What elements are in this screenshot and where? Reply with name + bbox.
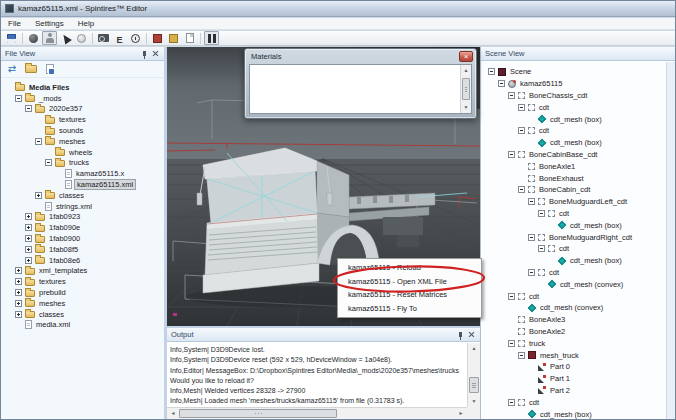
tree-item[interactable]: cdt_mesh (box) <box>484 219 665 231</box>
tree-item[interactable]: BoneExhaust <box>484 172 665 184</box>
minus-expander-icon[interactable] <box>25 105 32 112</box>
scrollbar-thumb[interactable] <box>179 409 337 418</box>
materials-list[interactable] <box>249 64 472 114</box>
pin-button[interactable] <box>139 49 149 59</box>
materials-scrollbar[interactable] <box>460 65 471 113</box>
plus-expander-icon[interactable] <box>25 213 32 220</box>
person-button[interactable] <box>42 31 57 45</box>
scrollbar-thumb[interactable] <box>462 78 470 100</box>
plus-expander-icon[interactable] <box>25 246 32 253</box>
tree-item[interactable]: cdt <box>484 125 665 137</box>
tree-item[interactable]: Part 0 <box>484 361 665 373</box>
minus-expander-icon[interactable] <box>508 340 515 347</box>
plus-expander-icon[interactable] <box>35 192 42 199</box>
pin-button[interactable] <box>455 330 465 340</box>
tree-item[interactable]: sounds <box>1 125 164 136</box>
tree-item[interactable]: textures <box>1 114 164 125</box>
plus-expander-icon[interactable] <box>15 289 22 296</box>
plus-expander-icon[interactable] <box>15 278 22 285</box>
minus-expander-icon[interactable] <box>518 104 525 111</box>
tree-item[interactable]: cdt_mesh (convex) <box>484 302 665 314</box>
tree-item[interactable]: _mods <box>1 93 164 104</box>
close-button[interactable] <box>466 330 476 340</box>
tree-item[interactable]: prebuild <box>1 287 164 298</box>
tree-item[interactable]: 2020e357 <box>1 104 164 115</box>
tree-item[interactable]: 1fab0923 <box>1 212 164 223</box>
tree-item[interactable]: cdt <box>484 243 665 255</box>
tree-item[interactable]: xml_templates <box>1 266 164 277</box>
plus-expander-icon[interactable] <box>25 257 32 264</box>
camera-button[interactable] <box>96 31 111 45</box>
tree-item[interactable]: 1fab08f5 <box>1 244 164 255</box>
time-button[interactable] <box>128 31 143 45</box>
tree-item[interactable]: kamaz65115.x <box>1 168 164 179</box>
minus-expander-icon[interactable] <box>508 151 515 158</box>
tree-item[interactable]: cdt_mesh (box) <box>484 113 665 125</box>
minus-expander-icon[interactable] <box>518 352 525 359</box>
minus-expander-icon[interactable] <box>508 399 515 406</box>
plus-expander-icon[interactable] <box>25 235 32 242</box>
tree-item[interactable]: BoneCabin_cdt <box>484 184 665 196</box>
minus-expander-icon[interactable] <box>508 92 515 99</box>
minus-expander-icon[interactable] <box>518 186 525 193</box>
minus-expander-icon[interactable] <box>45 159 52 166</box>
tree-item[interactable]: 1fab08e6 <box>1 255 164 266</box>
tree-item[interactable]: BoneMudguardLeft_cdt <box>484 196 665 208</box>
plus-expander-icon[interactable] <box>25 224 32 231</box>
tree-item[interactable]: BoneCabinBase_cdt <box>484 149 665 161</box>
scroll-up-icon[interactable] <box>461 68 471 73</box>
materials-titlebar[interactable]: Materials <box>245 49 476 63</box>
tree-item[interactable]: meshes <box>1 136 164 147</box>
tree-item[interactable]: Part 1 <box>484 373 665 385</box>
tree-item[interactable]: BoneAxle3 <box>484 314 665 326</box>
minus-expander-icon[interactable] <box>528 269 535 276</box>
tree-item[interactable]: textures <box>1 276 164 287</box>
save-button[interactable] <box>4 31 19 45</box>
minus-expander-icon[interactable] <box>538 210 545 217</box>
tree-item[interactable]: BoneAxle2 <box>484 326 665 338</box>
context-menu-item[interactable]: kamaz65115 - Fly To <box>338 302 481 316</box>
tree-item[interactable]: truck <box>484 337 665 349</box>
plus-expander-icon[interactable] <box>15 267 22 274</box>
minus-expander-icon[interactable] <box>498 80 505 87</box>
context-menu-item[interactable]: kamaz65115 - Reload <box>338 261 481 275</box>
pause-button[interactable] <box>204 31 219 45</box>
tree-item[interactable]: cdt_mesh (box) <box>484 408 665 419</box>
scroll-right-icon[interactable] <box>457 411 465 416</box>
tree-item[interactable]: kamaz65115 <box>484 78 665 90</box>
sphere-button[interactable] <box>74 31 89 45</box>
title-bar[interactable]: kamaz65115.xml - Spintires™ Editor <box>1 1 675 17</box>
minus-expander-icon[interactable] <box>518 127 525 134</box>
sync-button[interactable]: ⇄ <box>5 63 19 76</box>
minus-expander-icon[interactable] <box>35 138 42 145</box>
context-menu-item[interactable]: kamaz65115 - Reset Matrices <box>338 288 481 302</box>
tree-item[interactable]: media.xml <box>1 320 164 331</box>
pointer-button[interactable] <box>58 31 73 45</box>
tree-item[interactable]: kamaz65115.xml <box>1 179 164 190</box>
box-red-button[interactable] <box>150 31 165 45</box>
minus-expander-icon[interactable] <box>538 245 545 252</box>
plus-expander-icon[interactable] <box>15 300 22 307</box>
plus-expander-icon[interactable] <box>15 311 22 318</box>
minus-expander-icon[interactable] <box>528 234 535 241</box>
minus-expander-icon[interactable] <box>528 198 535 205</box>
scroll-left-icon[interactable] <box>169 411 177 416</box>
tree-item[interactable]: BoneMudguardRight_cdt <box>484 231 665 243</box>
output-horizontal-scrollbar[interactable] <box>167 407 467 419</box>
tree-item[interactable]: mesh_truck <box>484 349 665 361</box>
minus-expander-icon[interactable] <box>508 293 515 300</box>
tree-item[interactable]: trucks <box>1 158 164 169</box>
materials-close-button[interactable] <box>459 51 473 62</box>
tree-item[interactable]: BoneChassis_cdt <box>484 90 665 102</box>
tree-item[interactable]: cdt <box>484 267 665 279</box>
tree-item[interactable]: 1fab0900 <box>1 233 164 244</box>
file-new-button[interactable] <box>43 63 57 76</box>
render-sphere-button[interactable] <box>26 31 41 45</box>
scrollbar-thumb[interactable] <box>469 377 479 393</box>
scroll-up-icon[interactable] <box>468 346 480 351</box>
tree-item[interactable]: cdt_mesh (box) <box>484 255 665 267</box>
menu-settings[interactable]: Settings <box>28 19 71 28</box>
tree-item[interactable]: strings.xml <box>1 201 164 212</box>
minus-expander-icon[interactable] <box>15 95 22 102</box>
scroll-down-icon[interactable] <box>461 105 471 110</box>
